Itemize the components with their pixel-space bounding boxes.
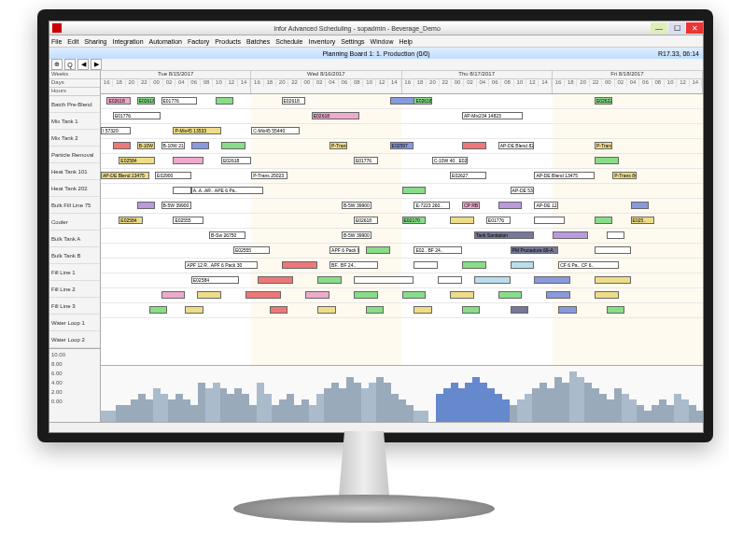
gantt-bar[interactable]: [137, 202, 155, 209]
resource-row[interactable]: Bulk Tank A: [49, 231, 100, 247]
gantt-row[interactable]: A..A..AR.. APE 6 Pa..AP-DE 5310: [101, 184, 703, 199]
gantt-bar[interactable]: [558, 306, 576, 314]
gantt-bar[interactable]: E02618: [221, 157, 251, 164]
gantt-bar[interactable]: E02584: [191, 276, 240, 284]
gantt-bar[interactable]: [402, 291, 427, 299]
gantt-bar[interactable]: PM Procedure 69-A: [511, 246, 559, 254]
gantt-row[interactable]: [101, 288, 703, 303]
minimize-button[interactable]: —: [651, 22, 667, 34]
gantt-bar[interactable]: [438, 276, 462, 284]
gantt-bar[interactable]: [595, 291, 619, 299]
gantt-bar[interactable]: [534, 217, 564, 224]
resource-row[interactable]: Particle Removal: [49, 147, 100, 163]
gantt-bar[interactable]: AP-DE Blend 13475: [101, 172, 149, 179]
resource-row[interactable]: Water Loop 1: [49, 315, 100, 331]
resource-row[interactable]: Heat Tank 101: [49, 163, 100, 180]
gantt-row[interactable]: B-10W 21870B-10W 21870P-Trans 5410E02597…: [101, 139, 703, 154]
gantt-bar[interactable]: E02170: [402, 217, 427, 224]
gantt-bar[interactable]: E01776: [161, 97, 198, 105]
gantt-row[interactable]: E02584: [101, 273, 703, 288]
gantt-bar[interactable]: E01776: [354, 157, 378, 164]
gantt-bar[interactable]: B-Sw 26750: [209, 231, 245, 239]
gantt-bar[interactable]: E-7223 260..: [414, 202, 450, 209]
gantt-row[interactable]: E01776E02618AP-Mix234 14823: [101, 109, 703, 124]
resource-row[interactable]: Fill Line 3: [49, 298, 100, 315]
menu-schedule[interactable]: Schedule: [275, 38, 302, 45]
gantt-row[interactable]: APF 12 R.. APF 6 Pack 30BF.. BF 24..CF 6…: [101, 259, 703, 273]
gantt-bar[interactable]: [317, 306, 335, 314]
gantt-bar[interactable]: AP-DE Blend 8231: [498, 142, 535, 149]
gantt-bar[interactable]: [474, 276, 511, 284]
gantt-bar[interactable]: [354, 276, 414, 284]
menu-settings[interactable]: Settings: [341, 38, 364, 45]
menu-integration[interactable]: Integration: [112, 38, 143, 45]
gantt-bar[interactable]: [113, 142, 131, 149]
gantt-bar[interactable]: B-10W 21870: [137, 142, 155, 149]
resource-row[interactable]: Bulk Fill Line 75: [49, 197, 100, 214]
gantt-bar[interactable]: [414, 261, 438, 269]
gantt-bar[interactable]: CP RB 46200: [462, 202, 480, 209]
gantt-bar[interactable]: E01776: [113, 112, 161, 119]
gantt-bar[interactable]: APF 12 R.. APF 6 Pack 30: [185, 261, 257, 269]
gantt-bar[interactable]: AP-DE 1220: [534, 202, 558, 209]
gantt-bar[interactable]: Tank Sanitation: [474, 231, 535, 239]
gantt-bar[interactable]: P-Mix45 13533: [173, 127, 221, 134]
gantt-bar[interactable]: E02618: [354, 217, 378, 224]
gantt-bar[interactable]: B-10W 21870: [161, 142, 186, 149]
gantt-bar[interactable]: [305, 291, 329, 299]
gantt-bar[interactable]: [173, 187, 190, 194]
gantt-bar[interactable]: B-5W 39900: [342, 231, 372, 239]
gantt-bar[interactable]: [366, 306, 384, 314]
gantt-bar[interactable]: E02900: [155, 172, 191, 179]
nav-right-button[interactable]: ▶: [91, 59, 102, 70]
resource-row[interactable]: Cooler: [49, 214, 100, 231]
menu-inventory[interactable]: Inventory: [308, 38, 335, 45]
nav-left-button[interactable]: ◀: [77, 59, 89, 70]
gantt-bar[interactable]: E01776: [486, 217, 511, 224]
menu-factory[interactable]: Factory: [188, 38, 209, 45]
zoom-button[interactable]: ⊕: [51, 59, 63, 70]
gantt-bar[interactable]: BF.. BF 24..: [329, 261, 378, 269]
gantt-bar[interactable]: E02618: [312, 112, 360, 119]
gantt-bar[interactable]: B-5W 39900: [161, 202, 191, 209]
gantt-bar[interactable]: [173, 157, 203, 164]
resource-row[interactable]: Fill Line 1: [49, 264, 100, 281]
gantt-bar[interactable]: [317, 276, 342, 284]
menu-sharing[interactable]: Sharing: [84, 38, 106, 45]
gantt-bar[interactable]: [631, 202, 649, 209]
gantt-bar[interactable]: [498, 291, 523, 299]
gantt-bar[interactable]: [546, 291, 570, 299]
gantt-bar[interactable]: [366, 246, 390, 254]
gantt-row[interactable]: I 57320P-Mix45 13533C-Mix45 55440: [101, 124, 703, 139]
gantt-bar[interactable]: E02618: [137, 97, 155, 105]
gantt-bar[interactable]: [450, 291, 474, 299]
gantt-bar[interactable]: [462, 306, 480, 314]
gantt-bar[interactable]: [149, 306, 167, 314]
gantt-bar[interactable]: [450, 217, 474, 224]
resource-row[interactable]: Heat Tank 202: [49, 180, 100, 197]
gantt-row[interactable]: E02584E02618E01776C-10W 40.. E02618: [101, 154, 703, 169]
gantt-bar[interactable]: C-10W 40.. E02618: [432, 157, 469, 164]
gantt-bar[interactable]: [462, 261, 486, 269]
gantt-bar[interactable]: E02622: [595, 97, 612, 105]
gantt-bar[interactable]: E02618: [414, 97, 431, 105]
gantt-row[interactable]: E02618E02618E01776E02618E02618E02622: [101, 94, 703, 109]
gantt-bar[interactable]: E02.. BF 24..: [414, 246, 462, 254]
gantt-bar[interactable]: APF 6 Pack BE: [329, 246, 359, 254]
gantt-bar[interactable]: C-Mix45 55440: [251, 127, 300, 134]
gantt-bar[interactable]: [607, 231, 624, 239]
maximize-button[interactable]: ☐: [668, 22, 685, 34]
gantt-row[interactable]: B-5W 39900B-5W 39900E-7223 260..CP RB 46…: [101, 199, 703, 214]
gantt-bar[interactable]: [282, 261, 318, 269]
gantt-bar[interactable]: P-Trans 5410: [329, 142, 347, 149]
gantt-bar[interactable]: [270, 306, 287, 314]
resource-row[interactable]: Batch Pre-Blend: [49, 96, 100, 113]
menu-products[interactable]: Products: [215, 38, 241, 45]
resource-row[interactable]: Mix Tank 2: [49, 130, 100, 147]
resource-row[interactable]: Mix Tank 1: [49, 113, 100, 130]
gantt-row[interactable]: AP-DE Blend 13475E02900P-Trans 25023E026…: [101, 169, 703, 184]
gantt-bar[interactable]: [161, 291, 186, 299]
gantt-bar[interactable]: E02584: [119, 157, 155, 164]
gantt-bar[interactable]: [595, 276, 631, 284]
gantt-bar[interactable]: [245, 291, 282, 299]
